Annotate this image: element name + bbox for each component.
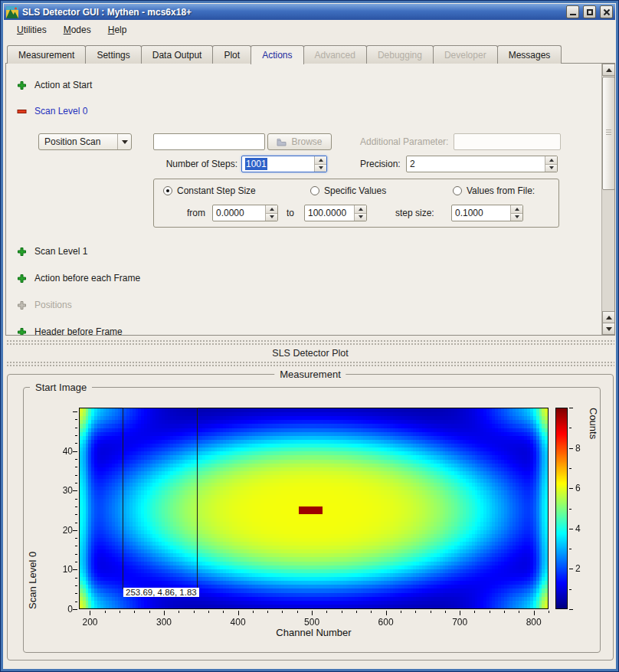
menu-utilities[interactable]: Utilities xyxy=(10,21,54,38)
y-tick xyxy=(75,585,77,586)
x-tick xyxy=(356,611,357,613)
menubar: Utilities Modes Help xyxy=(4,20,615,39)
y-tick xyxy=(73,490,77,491)
precision-spinbox[interactable]: 2 xyxy=(406,156,558,172)
colorbar-tick xyxy=(569,509,572,510)
to-spinbox[interactable]: 100.0000 xyxy=(304,205,367,221)
tab-measurement[interactable]: Measurement xyxy=(7,45,86,64)
scroll-up-button[interactable] xyxy=(602,64,615,76)
splitter-handle[interactable]: SLS Detector Plot xyxy=(4,336,617,373)
collapse-minus-icon[interactable] xyxy=(17,107,27,116)
start-image-group: Start Image Scan Level 0 Counts Channel … xyxy=(23,387,601,653)
x-tick xyxy=(474,611,475,613)
scan-level-0-row[interactable]: Scan Level 0 xyxy=(17,105,87,117)
to-value[interactable]: 100.0000 xyxy=(305,205,354,221)
tab-data-output[interactable]: Data Output xyxy=(141,45,214,64)
colorbar-tick xyxy=(569,488,573,489)
window-title: SLS Detector GUI : Mythen - mcs6x18+ xyxy=(22,7,562,18)
number-of-steps-spinbox[interactable]: 1001 xyxy=(241,156,327,172)
expand-plus-icon[interactable] xyxy=(17,80,27,90)
y-tick-label: 10 xyxy=(44,564,73,575)
radio-constant-step-size[interactable]: Constant Step Size xyxy=(163,185,256,196)
tab-actions[interactable]: Actions xyxy=(251,45,303,64)
additional-parameter-input xyxy=(454,133,561,150)
radio-icon[interactable] xyxy=(310,186,319,195)
spin-down-button[interactable] xyxy=(545,164,557,172)
spin-up-button[interactable] xyxy=(266,205,277,213)
tab-messages[interactable]: Messages xyxy=(497,45,562,64)
expand-plus-icon[interactable] xyxy=(17,247,27,257)
x-tick xyxy=(549,611,549,613)
spin-down-button[interactable] xyxy=(355,213,366,221)
radio-icon[interactable] xyxy=(453,186,462,195)
folder-icon xyxy=(277,138,287,146)
spin-down-button[interactable] xyxy=(266,213,277,221)
action-at-start-row[interactable]: Action at Start xyxy=(17,79,92,91)
y-tick xyxy=(73,609,77,610)
from-spinbox[interactable]: 0.0000 xyxy=(212,205,278,221)
titlebar[interactable]: SLS Detector GUI : Mythen - mcs6x18+ xyxy=(4,4,615,20)
close-button[interactable] xyxy=(600,5,613,18)
x-tick-label: 600 xyxy=(368,617,404,628)
expand-plus-icon[interactable] xyxy=(17,274,27,284)
splitter-dots[interactable] xyxy=(6,339,614,346)
from-value[interactable]: 0.0000 xyxy=(213,205,265,221)
tab-advanced: Advanced xyxy=(303,45,367,64)
colorbar-tick xyxy=(569,428,572,428)
step-size-spinbox[interactable]: 0.1000 xyxy=(451,205,523,221)
chevron-down-icon xyxy=(122,140,128,144)
y-tick xyxy=(75,506,77,507)
x-tick xyxy=(105,611,106,613)
action-before-each-frame-row[interactable]: Action before each Frame xyxy=(17,272,140,284)
splitter-dots[interactable] xyxy=(6,361,614,367)
maximize-icon xyxy=(587,9,593,15)
spin-up-button[interactable] xyxy=(511,205,522,213)
y-tick-label: 0 xyxy=(44,604,73,615)
precision-value[interactable]: 2 xyxy=(407,156,545,172)
colorbar-tick xyxy=(569,408,573,408)
maximize-button[interactable] xyxy=(583,5,596,18)
x-tick xyxy=(164,611,165,615)
arrow-down-icon xyxy=(270,215,274,218)
spin-up-button[interactable] xyxy=(545,156,557,164)
x-tick-label: 400 xyxy=(220,617,257,628)
x-tick xyxy=(134,611,135,613)
vertical-scrollbar[interactable] xyxy=(601,64,614,335)
menu-modes[interactable]: Modes xyxy=(57,21,98,38)
header-before-frame-row[interactable]: Header before Frame xyxy=(17,326,123,336)
combo-dropdown-button[interactable] xyxy=(117,134,131,149)
colorbar-tick xyxy=(569,609,573,610)
y-tick-label: 30 xyxy=(44,485,73,496)
tab-bar: Measurement Settings Data Output Plot Ac… xyxy=(7,45,561,64)
scroll-down-button[interactable] xyxy=(602,323,615,335)
arrow-down-icon xyxy=(359,215,363,218)
x-tick xyxy=(149,611,150,613)
zoom-selection-rect[interactable] xyxy=(123,408,198,589)
radio-icon[interactable] xyxy=(163,186,172,195)
radio-values-from-file[interactable]: Values from File: xyxy=(453,185,535,196)
x-tick xyxy=(267,611,268,613)
number-of-steps-value[interactable]: 1001 xyxy=(245,158,267,170)
radio-specific-values[interactable]: Specific Values xyxy=(310,185,386,196)
x-tick-label: 200 xyxy=(71,617,108,628)
scrollbar-thumb[interactable] xyxy=(602,77,615,190)
tab-settings[interactable]: Settings xyxy=(85,45,141,64)
x-tick xyxy=(534,611,535,615)
x-tick xyxy=(371,611,372,613)
x-tick xyxy=(238,611,239,615)
spin-down-button[interactable] xyxy=(315,164,326,172)
scan-script-input[interactable] xyxy=(153,133,265,150)
x-tick xyxy=(342,611,342,613)
minimize-button[interactable] xyxy=(566,5,579,18)
spin-up-button[interactable] xyxy=(355,205,366,213)
scan-level-1-row[interactable]: Scan Level 1 xyxy=(17,245,87,257)
scan-mode-select[interactable]: Position Scan xyxy=(38,133,132,150)
scroll-up-button-2[interactable] xyxy=(602,311,615,323)
menu-help[interactable]: Help xyxy=(101,21,134,38)
spin-up-button[interactable] xyxy=(315,156,326,164)
tab-plot[interactable]: Plot xyxy=(212,45,251,64)
expand-plus-icon[interactable] xyxy=(17,327,27,336)
step-size-value[interactable]: 0.1000 xyxy=(452,205,510,221)
browse-button: Browse xyxy=(267,133,332,150)
spin-down-button[interactable] xyxy=(511,213,522,221)
